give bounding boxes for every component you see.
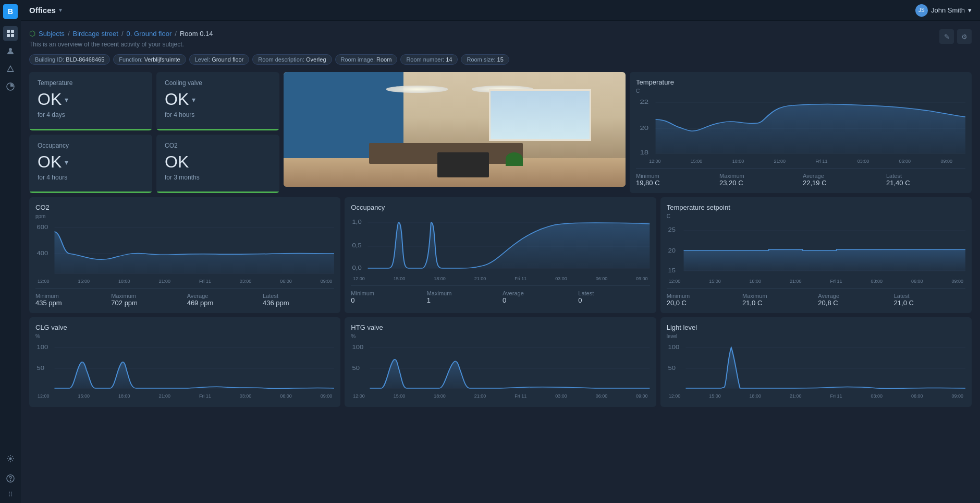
- htg-valve-chart-card: HTG valve % 100 50: [345, 317, 656, 407]
- co2-chart-stats: Minimum435 ppm Maximum702 ppm Average469…: [35, 288, 334, 307]
- svg-text:20: 20: [640, 125, 649, 131]
- temp-status-bar: [29, 129, 152, 130]
- breadcrumb: ⬡ Subjects / Birdcage street / 0. Ground…: [29, 29, 213, 38]
- light-x3: 18:00: [750, 393, 762, 399]
- occ-x1: 12:00: [353, 276, 365, 281]
- co2-x8: 09:00: [321, 279, 333, 284]
- co2-x1: 12:00: [38, 279, 50, 284]
- cooling-status-bar: [156, 129, 279, 130]
- sp-x1: 12:00: [669, 279, 681, 284]
- light-chart-axis: level: [667, 333, 965, 339]
- temp-value[interactable]: OK ▾: [38, 90, 144, 109]
- sidebar-icon-help[interactable]: [3, 471, 18, 486]
- htg-x8: 09:00: [636, 393, 648, 399]
- temp-setpoint-axis: C: [667, 213, 965, 219]
- occ-x7: 06:00: [596, 276, 608, 281]
- breadcrumb-room: Room 0.14: [180, 30, 213, 38]
- status-card-co2: CO2 OK for 3 months: [156, 135, 279, 193]
- temp-chart-x7: 06:00: [899, 159, 911, 164]
- app-logo[interactable]: B: [3, 4, 18, 19]
- co2-stat-avg: Average469 ppm: [187, 293, 259, 307]
- sp-stat-latest: Latest21,0 C: [894, 293, 965, 307]
- breadcrumb-birdcage[interactable]: Birdcage street: [73, 30, 118, 38]
- light-x2: 15:00: [709, 393, 721, 399]
- app-title[interactable]: Offices ▾: [29, 6, 62, 15]
- co2-stat-latest: Latest436 ppm: [263, 293, 334, 307]
- tag-room-number[interactable]: Room number: 14: [400, 54, 458, 65]
- htg-chart-axis: %: [351, 333, 650, 339]
- svg-rect-0: [7, 30, 10, 33]
- occupancy-chart-card: Occupancy 1,0 0,5 0,0: [345, 197, 656, 313]
- tag-room-desc[interactable]: Room description: Overleg: [252, 54, 332, 65]
- light-level-chart-card: Light level level 100 50: [660, 317, 972, 407]
- occ-x2: 15:00: [394, 276, 406, 281]
- breadcrumb-floor[interactable]: 0. Ground floor: [127, 30, 172, 38]
- light-x4: 21:00: [790, 393, 802, 399]
- sidebar-icon-analytics[interactable]: [3, 79, 18, 94]
- occ-x5: Fri 11: [514, 276, 526, 281]
- sidebar-icon-alerts[interactable]: [3, 62, 18, 76]
- user-menu[interactable]: JS John Smith ▾: [915, 4, 972, 17]
- sp-stat-min: Minimum20,0 C: [667, 293, 738, 307]
- svg-text:1,0: 1,0: [352, 219, 362, 225]
- tag-building-id[interactable]: Building ID: BLD-86468465: [29, 54, 110, 65]
- sp-x2: 15:00: [709, 279, 721, 284]
- cooling-duration: for 4 hours: [165, 111, 271, 118]
- temp-chart-axis: C: [636, 88, 965, 94]
- temp-stat-min: Minimum 19,80 C: [636, 173, 715, 187]
- light-x1: 12:00: [669, 393, 681, 399]
- htg-x2: 15:00: [394, 393, 406, 399]
- clg-x5: Fri 11: [199, 393, 211, 399]
- occ-x3: 18:00: [434, 276, 446, 281]
- tag-room-image[interactable]: Room image: Room: [335, 54, 398, 65]
- clg-x1: 12:00: [38, 393, 50, 399]
- tag-level[interactable]: Level: Ground floor: [189, 54, 250, 65]
- occ-stat-latest: Latest0: [578, 290, 650, 304]
- temp-duration: for 4 days: [38, 111, 144, 118]
- svg-text:0,5: 0,5: [352, 243, 362, 248]
- htg-x1: 12:00: [353, 393, 365, 399]
- occupancy-value[interactable]: OK ▾: [38, 152, 144, 172]
- topbar-dropdown-icon: ▾: [59, 7, 62, 14]
- svg-text:50: 50: [668, 365, 675, 371]
- svg-text:600: 600: [37, 224, 48, 230]
- sp-x6: 03:00: [871, 279, 883, 284]
- temp-chart-x3: 18:00: [732, 159, 744, 164]
- clg-chart-axis: %: [35, 333, 334, 339]
- sidebar-icon-home[interactable]: [3, 26, 18, 41]
- svg-text:50: 50: [352, 365, 360, 371]
- svg-text:400: 400: [37, 250, 48, 256]
- sidebar-collapse-btn[interactable]: ⟨⟨: [6, 489, 15, 499]
- tag-function[interactable]: Function: Verblijfsruimte: [113, 54, 186, 65]
- co2-status-bar: [156, 191, 279, 193]
- temp-stat-avg: Average 22,19 C: [803, 173, 882, 187]
- sidebar: B ⟨⟨: [0, 0, 21, 503]
- occupancy-chart-area: 1,0 0,5 0,0 12:00 15:00 18:00: [351, 213, 650, 281]
- sp-chart-stats: Minimum20,0 C Maximum21,0 C Average20,8 …: [667, 288, 965, 307]
- tag-room-size[interactable]: Room size: 15: [461, 54, 509, 65]
- htg-chart-area: 100 50 12:00 15:00 18:00 21:00: [351, 341, 650, 399]
- tags-row: Building ID: BLD-86468465 Function: Verb…: [29, 54, 972, 65]
- svg-text:22: 22: [640, 99, 649, 105]
- sidebar-icon-settings[interactable]: [3, 451, 18, 466]
- temp-chart-x2: 15:00: [691, 159, 703, 164]
- clg-valve-chart-card: CLG valve % 100 50: [29, 317, 340, 407]
- svg-text:0,0: 0,0: [352, 265, 362, 271]
- occupancy-label: Occupancy: [38, 142, 144, 149]
- svg-rect-2: [7, 34, 10, 37]
- sp-x3: 18:00: [750, 279, 762, 284]
- edit-button[interactable]: ✎: [939, 29, 954, 44]
- occ-chart-stats: Minimum0 Maximum1 Average0 Latest0: [351, 285, 650, 304]
- htg-x4: 21:00: [474, 393, 486, 399]
- temp-setpoint-chart-area: 25 20 15 12:00 15:00 18:00 2: [667, 221, 965, 284]
- cooling-value[interactable]: OK ▾: [165, 90, 271, 109]
- svg-text:100: 100: [37, 344, 48, 350]
- settings-button[interactable]: ⚙: [957, 29, 972, 44]
- light-x8: 09:00: [951, 393, 963, 399]
- co2-x4: 21:00: [158, 279, 170, 284]
- breadcrumb-subjects[interactable]: Subjects: [39, 30, 65, 38]
- status-card-temperature: Temperature OK ▾ for 4 days: [29, 72, 152, 130]
- sidebar-icon-subjects[interactable]: [3, 44, 18, 58]
- occupancy-dropdown-icon: ▾: [65, 158, 68, 166]
- occ-stat-avg: Average0: [503, 290, 574, 304]
